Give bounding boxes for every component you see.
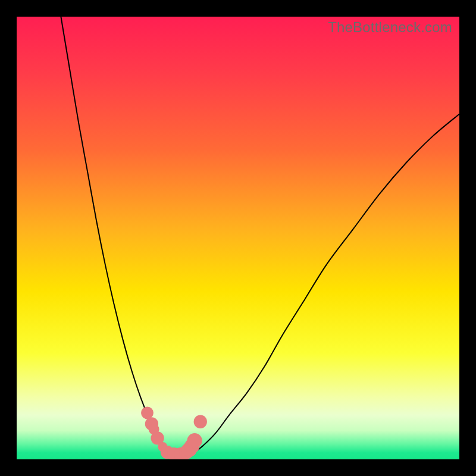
outer-frame: TheBottleneck.com [0,0,476,476]
right-bottleneck-curve [194,114,459,453]
watermark-text: TheBottleneck.com [328,19,452,36]
highlight-dot [194,415,207,428]
plot-area: TheBottleneck.com [17,17,459,459]
highlight-dot [141,406,154,419]
highlight-dots [141,406,207,459]
chart-svg [17,17,459,459]
left-bottleneck-curve [61,17,169,453]
highlight-dot [187,433,202,448]
